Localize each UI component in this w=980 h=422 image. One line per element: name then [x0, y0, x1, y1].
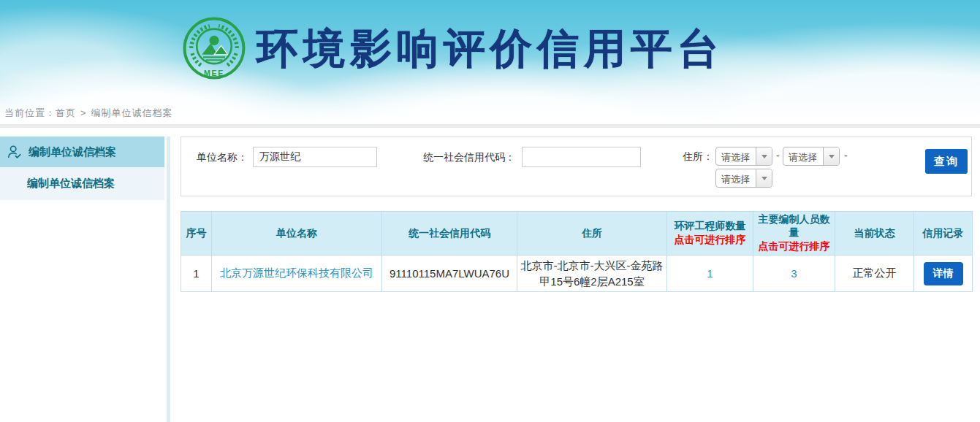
sidebar-item-archive[interactable]: 编制单位诚信档案 — [0, 137, 164, 167]
col-header-staff-count[interactable]: 主要编制人员数量点击可进行排序 — [753, 212, 835, 256]
site-header: MEE 环境影响评价信用平台 当前位置：首页>编制单位诚信档案 — [0, 0, 980, 124]
breadcrumb-current: 编制单位诚信档案 — [91, 107, 173, 118]
address-label: 住所： — [683, 146, 713, 166]
col-header-company: 单位名称 — [212, 212, 382, 256]
city-select[interactable]: 请选择 — [783, 147, 840, 166]
col-header-status: 当前状态 — [835, 212, 914, 256]
breadcrumb-separator: > — [80, 107, 87, 118]
cell-address: 北京市-北京市-大兴区-金苑路甲15号6幢2层A215室 — [517, 256, 667, 292]
col-header-credit-record: 信用记录 — [914, 212, 973, 256]
col-header-credit-code: 统一社会信用代码 — [382, 212, 517, 256]
table-header-row: 序号 单位名称 统一社会信用代码 住所 环评工程师数量点击可进行排序 主要编制人… — [181, 212, 973, 256]
site-title: 环境影响评价信用平台 — [257, 16, 724, 80]
col-header-address: 住所 — [517, 212, 667, 256]
sidebar-item-label: 编制单位诚信档案 — [29, 145, 116, 159]
cell-status: 正常公开 — [835, 256, 914, 292]
search-panel: 单位名称： 统一社会信用代码： 住所： 请选择 - 请选择 - 请选择 查询 — [181, 137, 972, 196]
mee-logo-text: MEE — [204, 69, 224, 77]
cell-credit-code: 91110115MA7LWUA76U — [382, 256, 517, 292]
engineer-count-link[interactable]: 1 — [707, 267, 713, 280]
cell-staff-count: 3 — [753, 256, 835, 292]
district-select-value: 请选择 — [716, 169, 756, 187]
unit-name-label: 单位名称： — [197, 147, 248, 167]
chevron-down-icon[interactable] — [823, 147, 839, 165]
sort-hint[interactable]: 点击可进行排序 — [755, 240, 833, 253]
mee-logo-icon: MEE — [182, 16, 246, 80]
cell-credit-record: 详情 — [914, 256, 973, 292]
staff-count-link[interactable]: 3 — [791, 267, 797, 280]
user-check-icon — [7, 144, 23, 160]
breadcrumb-label: 当前位置： — [4, 107, 56, 118]
brand: MEE 环境影响评价信用平台 — [182, 16, 724, 80]
company-link[interactable]: 北京万源世纪环保科技有限公司 — [220, 266, 373, 279]
sidebar-divider — [167, 137, 170, 422]
cell-index: 1 — [181, 256, 212, 292]
query-button[interactable]: 查询 — [925, 149, 968, 174]
detail-button[interactable]: 详情 — [924, 262, 963, 285]
chevron-down-icon[interactable] — [756, 147, 772, 165]
main-content: 单位名称： 统一社会信用代码： 住所： 请选择 - 请选择 - 请选择 查询 — [181, 137, 972, 422]
breadcrumb: 当前位置：首页>编制单位诚信档案 — [4, 107, 173, 120]
cell-engineer-count: 1 — [667, 256, 753, 292]
results-table: 序号 单位名称 统一社会信用代码 住所 环评工程师数量点击可进行排序 主要编制人… — [181, 211, 973, 292]
city-select-value: 请选择 — [783, 147, 823, 165]
sort-hint[interactable]: 点击可进行排序 — [669, 234, 751, 247]
sidebar-subitem-label: 编制单位诚信档案 — [27, 177, 115, 191]
province-select[interactable]: 请选择 — [715, 147, 772, 166]
cell-company: 北京万源世纪环保科技有限公司 — [212, 256, 382, 292]
col-header-engineer-count[interactable]: 环评工程师数量点击可进行排序 — [667, 212, 753, 256]
content: 编制单位诚信档案 编制单位诚信档案 单位名称： 统一社会信用代码： 住所： 请选… — [0, 128, 980, 422]
col-header-index: 序号 — [181, 212, 212, 256]
unit-name-input[interactable] — [253, 147, 377, 167]
credit-code-label: 统一社会信用代码： — [423, 147, 515, 167]
table-row: 1 北京万源世纪环保科技有限公司 91110115MA7LWUA76U 北京市-… — [181, 256, 973, 292]
province-select-value: 请选择 — [716, 147, 756, 165]
address-dash: - — [844, 150, 848, 161]
address-dash: - — [776, 150, 780, 161]
breadcrumb-home-link[interactable]: 首页 — [56, 107, 76, 118]
district-select[interactable]: 请选择 — [715, 169, 772, 188]
chevron-down-icon[interactable] — [756, 169, 772, 187]
sidebar: 编制单位诚信档案 编制单位诚信档案 — [0, 137, 164, 422]
sidebar-subitem-archive[interactable]: 编制单位诚信档案 — [0, 167, 164, 200]
credit-code-input[interactable] — [522, 147, 641, 167]
